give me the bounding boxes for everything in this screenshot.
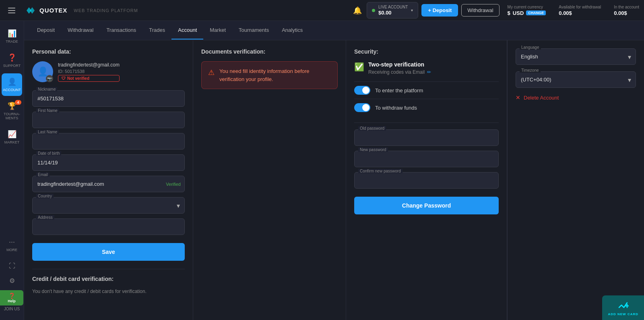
live-account-amount: $0.00 bbox=[378, 10, 408, 16]
delete-account-label: Delete Account bbox=[524, 95, 559, 101]
language-label: Language bbox=[520, 45, 541, 50]
tab-navigation: Deposit Withdrawal Transactions Trades A… bbox=[24, 21, 644, 40]
tab-withdrawal[interactable]: Withdrawal bbox=[61, 21, 100, 39]
deposit-button[interactable]: + Deposit bbox=[421, 4, 458, 17]
add-card-icon bbox=[617, 299, 629, 311]
add-card-label: ADD NEW CARD bbox=[608, 312, 638, 316]
verified-label: Verified bbox=[166, 182, 181, 187]
email-input[interactable] bbox=[32, 176, 185, 192]
edit-icon[interactable]: ✏ bbox=[427, 69, 431, 75]
more-icon: ··· bbox=[9, 238, 15, 246]
add-new-card-widget[interactable]: ADD NEW CARD bbox=[602, 295, 644, 320]
address-field: Address bbox=[32, 218, 185, 235]
country-field: Country bbox=[32, 197, 185, 214]
not-verified-badge: 🛡 Not verified bbox=[58, 75, 120, 82]
delete-account-button[interactable]: ✕ Delete Account bbox=[516, 94, 636, 101]
toggle-withdraw-funds-label: To withdraw funds bbox=[375, 105, 417, 111]
sidebar-item-label-support: SUPPORT bbox=[3, 64, 21, 68]
save-button[interactable]: Save bbox=[32, 243, 185, 261]
tournaments-badge: 4 bbox=[15, 100, 21, 105]
last-name-label: Last Name bbox=[36, 130, 59, 134]
sidebar-item-label-account: ACCOUNT bbox=[3, 88, 21, 92]
fullscreen-button[interactable]: ⛶ bbox=[6, 260, 18, 272]
notifications-button[interactable]: 🔔 bbox=[353, 6, 362, 15]
timezone-label: Timezone bbox=[520, 68, 541, 73]
toggle-enter-platform-row: To enter the platform bbox=[354, 81, 499, 99]
withdrawal-button[interactable]: Withdrawal bbox=[461, 4, 499, 17]
two-step-verification-row: ✅ Two-step verification Receiving codes … bbox=[354, 61, 499, 75]
sidebar-item-trade[interactable]: 📊 TRADE bbox=[0, 25, 24, 48]
trade-icon: 📊 bbox=[8, 29, 17, 38]
tab-deposit[interactable]: Deposit bbox=[31, 21, 61, 39]
sidebar: 📊 TRADE ❓ SUPPORT 👤 ACCOUNT 🏆 TOURNA-MEN… bbox=[0, 21, 24, 320]
last-name-input[interactable] bbox=[32, 133, 185, 150]
first-name-field: First Name bbox=[32, 112, 185, 128]
market-icon: 📈 bbox=[8, 130, 17, 139]
tab-trades[interactable]: Trades bbox=[142, 21, 171, 39]
tab-transactions[interactable]: Transactions bbox=[100, 21, 142, 39]
credit-card-title: Credit / debit card verification: bbox=[32, 276, 185, 282]
tab-market[interactable]: Market bbox=[203, 21, 232, 39]
sidebar-item-label-tournaments: TOURNA-MENTS bbox=[3, 112, 21, 120]
country-select[interactable] bbox=[32, 197, 185, 214]
sidebar-item-account[interactable]: 👤 ACCOUNT bbox=[2, 73, 22, 96]
language-field: Language English Russian Spanish Portugu… bbox=[516, 48, 636, 65]
dob-input[interactable] bbox=[32, 154, 185, 171]
email-label: Email bbox=[36, 172, 50, 177]
sidebar-item-more[interactable]: ··· MORE bbox=[0, 234, 24, 256]
timezone-field: Timezone (UTC+00:00) (UTC+01:00) (UTC+02… bbox=[516, 71, 636, 88]
confirm-password-field: Confirm new password bbox=[354, 172, 499, 189]
address-input[interactable] bbox=[32, 218, 185, 235]
in-account-value: 0.00$ bbox=[614, 10, 639, 16]
change-password-button[interactable]: Change Password bbox=[354, 197, 499, 214]
email-field: Email Verified bbox=[32, 176, 185, 192]
platform-label: WEB TRADING PLATFORM bbox=[74, 8, 138, 13]
toggle-enter-platform[interactable] bbox=[354, 86, 370, 95]
tab-account[interactable]: Account bbox=[171, 21, 203, 39]
live-account-label: LIVE ACCOUNT bbox=[378, 5, 408, 9]
change-currency-button[interactable]: CHANGE bbox=[526, 10, 546, 15]
toggle-withdraw-funds[interactable] bbox=[354, 103, 370, 112]
nickname-field: Nickname bbox=[32, 90, 185, 107]
alert-icon: ⚠ bbox=[208, 68, 215, 77]
user-info: tradingfindertest@gmail.com ID: 50171538… bbox=[58, 62, 120, 82]
live-dot bbox=[372, 9, 375, 12]
first-name-label: First Name bbox=[36, 108, 59, 113]
language-select[interactable]: English Russian Spanish Portuguese Arabi… bbox=[516, 48, 636, 65]
toggle-enter-platform-label: To enter the platform bbox=[375, 87, 423, 94]
confirm-password-input[interactable] bbox=[354, 172, 499, 189]
help-button[interactable]: ❓ Help bbox=[0, 290, 23, 305]
live-account-selector[interactable]: LIVE ACCOUNT $0.00 ▾ bbox=[367, 2, 418, 19]
last-name-field: Last Name bbox=[32, 133, 185, 150]
credit-card-sub: You don't have any credit / debit cards … bbox=[32, 289, 185, 294]
sidebar-item-tournaments[interactable]: 🏆 TOURNA-MENTS 4 bbox=[0, 98, 24, 124]
delete-icon: ✕ bbox=[516, 94, 520, 101]
personal-data-title: Personal data: bbox=[32, 48, 185, 55]
my-currency-label: My current currency bbox=[508, 5, 546, 9]
avatar-section: 👤 📷 tradingfindertest@gmail.com ID: 5017… bbox=[32, 61, 185, 82]
two-step-sub: Receiving codes via Email ✏ bbox=[368, 69, 431, 75]
tab-analytics[interactable]: Analytics bbox=[275, 21, 309, 39]
avatar-wrapper[interactable]: 👤 📷 bbox=[32, 61, 53, 82]
confirm-password-label: Confirm new password bbox=[358, 169, 402, 173]
user-email: tradingfindertest@gmail.com bbox=[58, 62, 120, 68]
sidebar-item-support[interactable]: ❓ SUPPORT bbox=[0, 49, 24, 72]
nickname-input[interactable] bbox=[32, 90, 185, 107]
sidebar-item-market[interactable]: 📈 MARKET bbox=[0, 126, 24, 148]
dob-field: Date of birth bbox=[32, 154, 185, 171]
join-us-button[interactable]: JOIN US bbox=[2, 304, 22, 314]
first-name-input[interactable] bbox=[32, 112, 185, 128]
dob-label: Date of birth bbox=[36, 151, 61, 156]
tab-tournaments[interactable]: Tournaments bbox=[232, 21, 275, 39]
toggle-withdraw-funds-row: To withdraw funds bbox=[354, 99, 499, 116]
password-section: Old password New password Confirm new pa… bbox=[354, 123, 499, 214]
chevron-down-icon: ▾ bbox=[411, 8, 413, 12]
menu-button[interactable] bbox=[5, 4, 19, 17]
documents-alert: ⚠ You need fill identity information bef… bbox=[201, 61, 338, 89]
alert-text: You need fill identity information befor… bbox=[219, 67, 331, 83]
timezone-select[interactable]: (UTC+00:00) (UTC+01:00) (UTC+02:00) (UTC… bbox=[516, 71, 636, 88]
new-password-input[interactable] bbox=[354, 151, 499, 167]
settings-button[interactable]: ⚙ bbox=[7, 274, 17, 287]
old-password-input[interactable] bbox=[354, 129, 499, 146]
country-label: Country bbox=[36, 194, 54, 198]
